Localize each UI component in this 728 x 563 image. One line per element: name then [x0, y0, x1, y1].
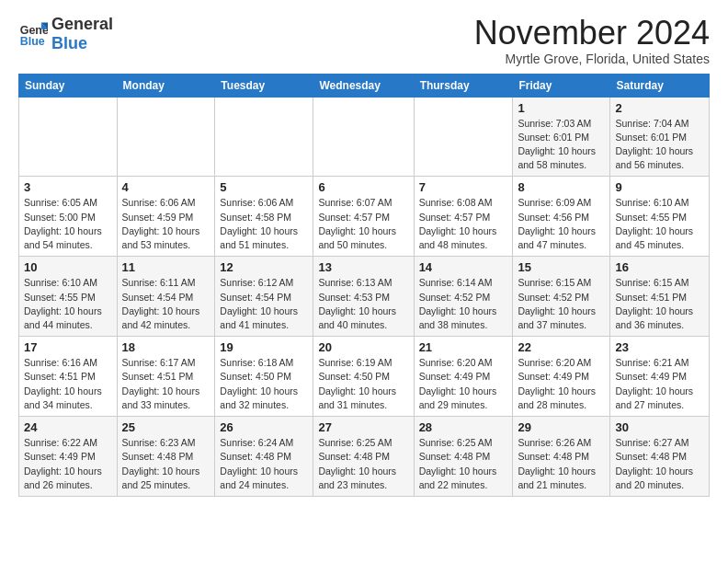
calendar-cell: 26Sunrise: 6:24 AMSunset: 4:48 PMDayligh… — [215, 417, 313, 497]
calendar-cell: 16Sunrise: 6:15 AMSunset: 4:51 PMDayligh… — [610, 257, 710, 337]
weekday-header-thursday: Thursday — [414, 74, 513, 97]
calendar-cell: 20Sunrise: 6:19 AMSunset: 4:50 PMDayligh… — [313, 337, 414, 417]
calendar-row: 3Sunrise: 6:05 AMSunset: 5:00 PMDaylight… — [19, 177, 710, 257]
day-number: 13 — [318, 260, 408, 274]
day-number: 18 — [122, 340, 210, 354]
day-info: Sunrise: 6:08 AMSunset: 4:57 PMDaylight:… — [419, 196, 508, 252]
day-number: 24 — [24, 420, 112, 434]
calendar-cell: 23Sunrise: 6:21 AMSunset: 4:49 PMDayligh… — [610, 337, 710, 417]
calendar-cell: 7Sunrise: 6:08 AMSunset: 4:57 PMDaylight… — [414, 177, 513, 257]
day-number: 23 — [615, 340, 704, 354]
day-number: 21 — [419, 340, 508, 354]
day-number: 25 — [122, 420, 210, 434]
calendar-cell — [117, 97, 215, 177]
calendar-cell: 13Sunrise: 6:13 AMSunset: 4:53 PMDayligh… — [313, 257, 414, 337]
day-info: Sunrise: 7:03 AMSunset: 6:01 PMDaylight:… — [518, 117, 605, 173]
day-number: 28 — [419, 420, 508, 434]
calendar-cell: 11Sunrise: 6:11 AMSunset: 4:54 PMDayligh… — [117, 257, 215, 337]
month-title: November 2024 — [474, 15, 710, 52]
calendar-row: 17Sunrise: 6:16 AMSunset: 4:51 PMDayligh… — [19, 337, 710, 417]
day-info: Sunrise: 6:16 AMSunset: 4:51 PMDaylight:… — [24, 356, 112, 412]
calendar-cell: 17Sunrise: 6:16 AMSunset: 4:51 PMDayligh… — [19, 337, 118, 417]
day-number: 29 — [518, 420, 605, 434]
day-info: Sunrise: 6:06 AMSunset: 4:58 PMDaylight:… — [220, 196, 308, 252]
calendar-cell: 5Sunrise: 6:06 AMSunset: 4:58 PMDaylight… — [215, 177, 313, 257]
header-row: SundayMondayTuesdayWednesdayThursdayFrid… — [19, 74, 710, 97]
day-number: 8 — [518, 180, 605, 194]
calendar-cell: 15Sunrise: 6:15 AMSunset: 4:52 PMDayligh… — [513, 257, 610, 337]
day-number: 15 — [518, 260, 605, 274]
day-info: Sunrise: 6:15 AMSunset: 4:52 PMDaylight:… — [518, 276, 605, 332]
calendar-cell: 18Sunrise: 6:17 AMSunset: 4:51 PMDayligh… — [117, 337, 215, 417]
day-number: 3 — [24, 180, 112, 194]
day-number: 14 — [419, 260, 508, 274]
day-number: 9 — [615, 180, 704, 194]
day-info: Sunrise: 6:20 AMSunset: 4:49 PMDaylight:… — [419, 356, 508, 412]
day-info: Sunrise: 6:17 AMSunset: 4:51 PMDaylight:… — [122, 356, 210, 412]
location-subtitle: Myrtle Grove, Florida, United States — [474, 52, 710, 66]
weekday-header-tuesday: Tuesday — [215, 74, 313, 97]
day-info: Sunrise: 6:10 AMSunset: 4:55 PMDaylight:… — [615, 196, 704, 252]
calendar-cell: 8Sunrise: 6:09 AMSunset: 4:56 PMDaylight… — [513, 177, 610, 257]
calendar-cell: 10Sunrise: 6:10 AMSunset: 4:55 PMDayligh… — [19, 257, 118, 337]
calendar-table: SundayMondayTuesdayWednesdayThursdayFrid… — [18, 74, 710, 497]
day-info: Sunrise: 6:21 AMSunset: 4:49 PMDaylight:… — [615, 356, 704, 412]
day-number: 4 — [122, 180, 210, 194]
svg-text:Blue: Blue — [20, 35, 45, 48]
day-info: Sunrise: 6:24 AMSunset: 4:48 PMDaylight:… — [220, 436, 308, 492]
day-number: 2 — [615, 101, 704, 115]
day-number: 1 — [518, 101, 605, 115]
day-info: Sunrise: 7:04 AMSunset: 6:01 PMDaylight:… — [615, 117, 704, 173]
calendar-cell — [313, 97, 414, 177]
logo: General Blue General Blue — [18, 15, 113, 52]
day-number: 12 — [220, 260, 308, 274]
calendar-row: 24Sunrise: 6:22 AMSunset: 4:49 PMDayligh… — [19, 417, 710, 497]
day-number: 19 — [220, 340, 308, 354]
logo-text-line1: General — [51, 15, 113, 34]
calendar-cell: 19Sunrise: 6:18 AMSunset: 4:50 PMDayligh… — [215, 337, 313, 417]
day-info: Sunrise: 6:15 AMSunset: 4:51 PMDaylight:… — [615, 276, 704, 332]
day-number: 17 — [24, 340, 112, 354]
day-info: Sunrise: 6:14 AMSunset: 4:52 PMDaylight:… — [419, 276, 508, 332]
calendar-cell: 30Sunrise: 6:27 AMSunset: 4:48 PMDayligh… — [610, 417, 710, 497]
calendar-cell: 28Sunrise: 6:25 AMSunset: 4:48 PMDayligh… — [414, 417, 513, 497]
calendar-header: SundayMondayTuesdayWednesdayThursdayFrid… — [19, 74, 710, 97]
day-number: 27 — [318, 420, 408, 434]
calendar-cell: 14Sunrise: 6:14 AMSunset: 4:52 PMDayligh… — [414, 257, 513, 337]
day-number: 11 — [122, 260, 210, 274]
weekday-header-sunday: Sunday — [19, 74, 118, 97]
logo-text-line2: Blue — [51, 34, 113, 53]
day-info: Sunrise: 6:20 AMSunset: 4:49 PMDaylight:… — [518, 356, 605, 412]
day-number: 26 — [220, 420, 308, 434]
day-info: Sunrise: 6:19 AMSunset: 4:50 PMDaylight:… — [318, 356, 408, 412]
day-number: 16 — [615, 260, 704, 274]
day-number: 7 — [419, 180, 508, 194]
calendar-cell: 21Sunrise: 6:20 AMSunset: 4:49 PMDayligh… — [414, 337, 513, 417]
day-number: 30 — [615, 420, 704, 434]
calendar-row: 10Sunrise: 6:10 AMSunset: 4:55 PMDayligh… — [19, 257, 710, 337]
logo-icon: General Blue — [18, 19, 48, 49]
day-info: Sunrise: 6:09 AMSunset: 4:56 PMDaylight:… — [518, 196, 605, 252]
day-info: Sunrise: 6:22 AMSunset: 4:49 PMDaylight:… — [24, 436, 112, 492]
calendar-cell: 9Sunrise: 6:10 AMSunset: 4:55 PMDaylight… — [610, 177, 710, 257]
calendar-cell: 22Sunrise: 6:20 AMSunset: 4:49 PMDayligh… — [513, 337, 610, 417]
page-header: General Blue General Blue November 2024 … — [18, 15, 710, 66]
day-info: Sunrise: 6:18 AMSunset: 4:50 PMDaylight:… — [220, 356, 308, 412]
day-info: Sunrise: 6:25 AMSunset: 4:48 PMDaylight:… — [318, 436, 408, 492]
title-area: November 2024 Myrtle Grove, Florida, Uni… — [474, 15, 710, 66]
day-info: Sunrise: 6:23 AMSunset: 4:48 PMDaylight:… — [122, 436, 210, 492]
weekday-header-monday: Monday — [117, 74, 215, 97]
day-number: 10 — [24, 260, 112, 274]
calendar-body: 1Sunrise: 7:03 AMSunset: 6:01 PMDaylight… — [19, 97, 710, 496]
day-info: Sunrise: 6:07 AMSunset: 4:57 PMDaylight:… — [318, 196, 408, 252]
calendar-cell: 1Sunrise: 7:03 AMSunset: 6:01 PMDaylight… — [513, 97, 610, 177]
day-info: Sunrise: 6:05 AMSunset: 5:00 PMDaylight:… — [24, 196, 112, 252]
calendar-cell: 4Sunrise: 6:06 AMSunset: 4:59 PMDaylight… — [117, 177, 215, 257]
day-number: 5 — [220, 180, 308, 194]
calendar-cell — [19, 97, 118, 177]
weekday-header-friday: Friday — [513, 74, 610, 97]
day-info: Sunrise: 6:26 AMSunset: 4:48 PMDaylight:… — [518, 436, 605, 492]
calendar-cell: 6Sunrise: 6:07 AMSunset: 4:57 PMDaylight… — [313, 177, 414, 257]
day-number: 20 — [318, 340, 408, 354]
calendar-cell: 3Sunrise: 6:05 AMSunset: 5:00 PMDaylight… — [19, 177, 118, 257]
